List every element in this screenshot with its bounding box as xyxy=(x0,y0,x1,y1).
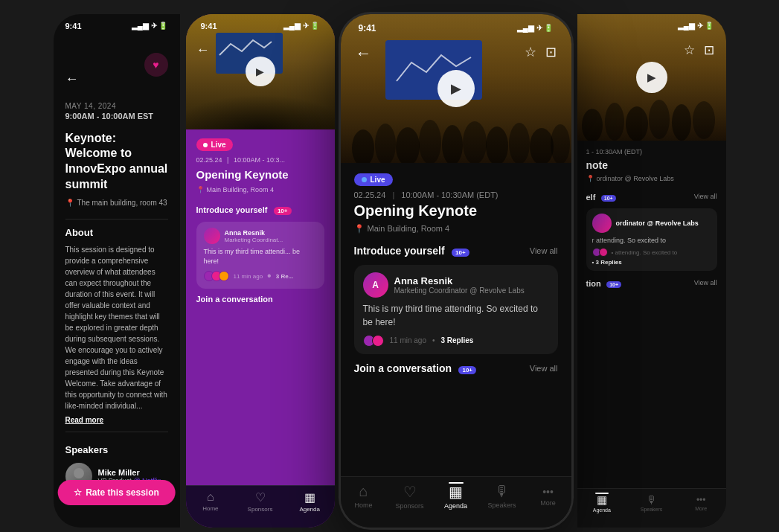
comment-card-4: ordinator @ Revolve Labs r attending. So… xyxy=(586,208,717,272)
view-all-4[interactable]: View all xyxy=(694,193,717,200)
commenter-avatar-4 xyxy=(592,214,612,233)
comment-card-3: A Anna Resnik Marketing Coordinator @ Re… xyxy=(354,265,558,354)
avatar-mini-3 xyxy=(219,271,229,281)
phone-screen-3: 9:41 ▂▄▆ ✈ 🔋 xyxy=(341,14,571,528)
bottom-nav-3: ⌂ Home ♡ Sponsors ▦ Agenda 🎙 Speakers ••… xyxy=(341,476,571,528)
share-icon-4[interactable]: ⊡ xyxy=(704,42,714,58)
event-title-3: Opening Keynote xyxy=(354,202,558,219)
event-date-4: 1 - 10:30AM (EDT) xyxy=(586,148,717,156)
nav-speakers-4[interactable]: 🎙 Speakers xyxy=(626,493,676,512)
bottom-nav-4: ▦ Agenda 🎙 Speakers ••• More xyxy=(577,488,726,528)
more-icon-4: ••• xyxy=(696,495,706,505)
phone-screen-1: 9:41 ▂▄▆ ✈ 🔋 ← ♥ MAY 14, 2024 9:00AM - 1… xyxy=(54,14,180,528)
nav-home-3[interactable]: ⌂ Home xyxy=(341,483,387,509)
time-display-3: 9:41 xyxy=(359,23,376,33)
svg-point-13 xyxy=(605,103,624,141)
comment-meta-3: 11 min ago • 3 Replies xyxy=(363,335,549,347)
nav-speakers-3[interactable]: 🎙 Speakers xyxy=(479,483,525,509)
agenda-icon-2: ▦ xyxy=(304,490,315,504)
home-icon-3: ⌂ xyxy=(359,483,368,500)
nav-home-2[interactable]: ⌂ Home xyxy=(186,490,236,512)
svg-point-17 xyxy=(693,100,715,138)
active-tab-indicator xyxy=(449,482,464,484)
avatar-stack-3 xyxy=(363,335,384,347)
svg-point-10 xyxy=(530,128,554,163)
event-location-4: 📍 ordinator @ Revolve Labs xyxy=(586,175,717,182)
phone3-inner: ▶ ← ☆ ⊡ Live 02.25.24 | 10:00AM - 10:30A… xyxy=(341,14,571,528)
back-button-2[interactable]: ← xyxy=(196,42,210,58)
commenter-info-4: ordinator @ Revolve Labs xyxy=(616,219,699,227)
join-section-4: tion 10+ xyxy=(586,276,622,289)
event-date-3: 02.25.24 | 10:00AM - 10:30AM (EDT) xyxy=(354,190,558,199)
home-icon-2: ⌂ xyxy=(207,490,214,504)
nav-agenda-4[interactable]: ▦ Agenda xyxy=(577,493,627,513)
nav-more-3[interactable]: ••• More xyxy=(525,486,571,507)
view-all-introduce-3[interactable]: View all xyxy=(530,246,558,255)
location-text-1: The main building, room 43 xyxy=(77,199,167,207)
commenter-avatar-2 xyxy=(204,228,220,244)
time-display-1: 9:41 xyxy=(65,22,82,31)
bookmark-icon-3[interactable]: ☆ xyxy=(525,44,536,63)
comment-text-3: This is my third time attending. So exci… xyxy=(363,302,549,329)
back-button-1[interactable]: ← xyxy=(65,71,79,87)
event-time-1: 9:00AM - 10:00AM EST xyxy=(65,112,168,121)
svg-point-6 xyxy=(442,125,463,163)
status-bar-2: 9:41 ▂▄▆ ✈ 🔋 xyxy=(201,22,320,31)
section-header-join-2: Join a conversation xyxy=(196,295,324,304)
play-button-3[interactable]: ▶ xyxy=(437,70,475,107)
nav-more-4[interactable]: ••• More xyxy=(676,495,726,511)
nav-sponsors-3[interactable]: ♡ Sponsors xyxy=(387,483,433,510)
location-pin-icon: 📍 xyxy=(65,199,74,207)
play-button-2[interactable]: ▶ xyxy=(246,57,275,86)
event-title-2: Opening Keynote xyxy=(196,168,324,182)
play-button-4[interactable]: ▶ xyxy=(636,62,667,93)
event-date-2: 02.25.24 | 10:00AM - 10:3... xyxy=(196,156,324,164)
back-button-3[interactable]: ← xyxy=(356,44,372,63)
bookmark-icon-4[interactable]: ☆ xyxy=(684,42,695,58)
status-bar-1: 9:41 ▂▄▆ ✈ 🔋 xyxy=(65,22,168,31)
view-all-join-4[interactable]: View all xyxy=(694,279,717,286)
comment-card-2: Anna Resnik Marketing Coordinat... This … xyxy=(196,222,324,289)
nav-agenda-2[interactable]: ▦ Agenda xyxy=(285,490,335,513)
video-thumbnail-4[interactable]: ▶ ☆ ⊡ xyxy=(577,14,726,141)
video-thumbnail-3[interactable]: ▶ ← ☆ ⊡ xyxy=(341,14,571,163)
join-label-3: Join a conversation 10+ xyxy=(354,362,477,375)
video-thumbnail-2[interactable]: ▶ ← xyxy=(186,14,335,129)
rate-session-button[interactable]: ☆ Rate this session xyxy=(57,480,176,505)
introduce-label-2: Introduce yourself 10+ xyxy=(196,202,292,216)
phone4-body: 1 - 10:30AM (EDT) note 📍 ordinator @ Rev… xyxy=(577,141,726,488)
signal-icons-3: ▂▄▆ ✈ 🔋 xyxy=(517,23,554,33)
star-outline-icon: ☆ xyxy=(74,487,82,498)
read-more-button-1[interactable]: Read more xyxy=(65,416,168,424)
phone2-inner: ▶ ← Live 02.25.24 | 10:00AM - 10:3... Op… xyxy=(186,14,335,528)
comment-user-4: ordinator @ Revolve Labs xyxy=(592,214,711,233)
nav-agenda-3[interactable]: ▦ Agenda xyxy=(433,483,479,510)
replies-button-3[interactable]: 3 Replies xyxy=(441,336,474,344)
share-icon-3[interactable]: ⊡ xyxy=(545,44,557,63)
session-title-1: Keynote: Welcome to InnovExpo annual sum… xyxy=(65,131,168,193)
comment-user-3: A Anna Resnik Marketing Coordinator @ Re… xyxy=(363,272,549,298)
section-join-header-4: tion 10+ View all xyxy=(586,276,717,289)
sponsors-icon-2: ♡ xyxy=(255,490,266,504)
svg-point-9 xyxy=(509,123,530,163)
avatar-mini-3-2 xyxy=(372,335,384,347)
favorite-button-1[interactable]: ♥ xyxy=(144,53,168,77)
event-date-1: MAY 14, 2024 xyxy=(65,102,168,110)
nav-sponsors-2[interactable]: ♡ Sponsors xyxy=(235,490,285,513)
location-row-1: 📍 The main building, room 43 xyxy=(65,199,168,207)
avatar-stack-4 xyxy=(592,248,608,257)
speakers-label-1: Speakers xyxy=(65,444,168,455)
event-title-4: note xyxy=(586,159,717,171)
svg-point-11 xyxy=(551,124,570,163)
phone-screen-4: ▂▄▆ ✈ 🔋 ▶ ☆ ⊡ 1 - 10 xyxy=(577,14,726,528)
bottom-nav-2: ⌂ Home ♡ Sponsors ▦ Agenda xyxy=(186,485,335,528)
introduce-label-3: Introduce yourself 10+ xyxy=(354,244,469,257)
phone1-content: ← ♥ MAY 14, 2024 9:00AM - 10:00AM EST Ke… xyxy=(54,14,180,528)
svg-point-15 xyxy=(649,99,670,138)
sponsors-icon-3: ♡ xyxy=(403,483,417,501)
play-icon-3: ▶ xyxy=(451,80,461,97)
svg-point-16 xyxy=(672,104,691,141)
view-all-join-3[interactable]: View all xyxy=(530,364,558,373)
phone3-header: ← ☆ ⊡ xyxy=(356,44,557,63)
signal-icons-1: ▂▄▆ ✈ 🔋 xyxy=(132,22,168,31)
